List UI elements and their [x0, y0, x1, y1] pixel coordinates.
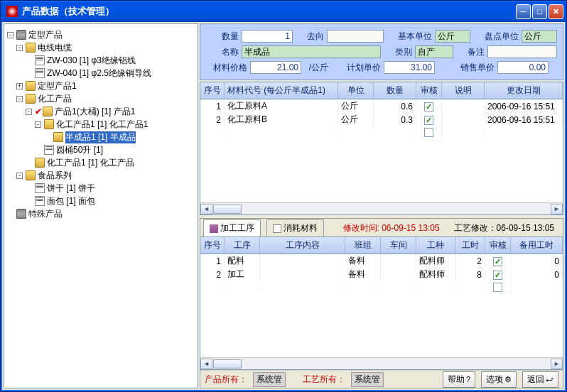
approve-checkbox[interactable]: [493, 283, 502, 292]
saleprice-field[interactable]: 0.00: [497, 61, 549, 74]
scroll-right-icon[interactable]: ►: [551, 204, 563, 214]
collapse-icon[interactable]: -: [16, 96, 23, 102]
exit-icon: ⮐: [546, 375, 554, 383]
cat-label: 类别: [384, 46, 412, 58]
dir-field[interactable]: [327, 30, 384, 43]
h-scrollbar[interactable]: ◄ ►: [200, 202, 563, 214]
close-button[interactable]: ✕: [549, 4, 563, 19]
titlebar: 产品数据（技术管理） ─ □ ✕: [1, 1, 566, 22]
col-qty[interactable]: 数量: [374, 82, 416, 99]
tree-node[interactable]: -定型产品: [7, 28, 195, 41]
table-row[interactable]: 2 化工原料B 公斤 0.3 ✓ 2006-09-16 15:51: [200, 113, 563, 126]
approve-checkbox: ✓: [424, 116, 433, 125]
process-table[interactable]: 序号 工序 工序内容 班组 车间 工种 工时 审核 备用工时 1 配料 备料: [200, 236, 563, 370]
col-code[interactable]: 材料代号 (每公斤半成品1): [225, 82, 338, 99]
col-proc[interactable]: 工序: [225, 237, 260, 254]
col-shop[interactable]: 车间: [381, 237, 416, 254]
col-content[interactable]: 工序内容: [260, 237, 345, 254]
tree-node[interactable]: -电线电缆: [7, 41, 195, 54]
tree-node[interactable]: -化工产品: [7, 92, 195, 105]
tree-label: 特殊产品: [28, 208, 63, 220]
tree-node[interactable]: 圆桶50升 [1]: [7, 143, 195, 156]
owner-value[interactable]: 系统管: [253, 372, 286, 387]
scroll-right-icon[interactable]: ►: [551, 359, 563, 369]
collapse-icon[interactable]: -: [26, 109, 32, 115]
collapse-icon[interactable]: -: [7, 32, 14, 38]
name-field[interactable]: 半成品: [242, 45, 381, 58]
doc-icon: [35, 196, 45, 206]
col-seq[interactable]: 序号: [200, 82, 225, 99]
tree-node-selected[interactable]: 半成品1 [1] 半成品: [7, 131, 195, 143]
expand-icon[interactable]: +: [16, 83, 23, 89]
matprice-unit: /公斤: [304, 62, 328, 74]
col-type[interactable]: 工种: [416, 237, 455, 254]
tree-node[interactable]: ZW-030 [1] φ3绝缘铝线: [7, 54, 195, 67]
col-ok[interactable]: 审核: [416, 82, 442, 99]
tree-node[interactable]: ZW-040 [1] φ2.5绝缘铜导线: [7, 67, 195, 80]
col-mod[interactable]: 更改日期: [485, 82, 563, 99]
folder-icon: [44, 119, 54, 129]
product-tree[interactable]: -定型产品 -电线电缆 ZW-030 [1] φ3绝缘铝线 ZW-040 [1]…: [4, 23, 198, 388]
tree-node[interactable]: 特殊产品: [7, 207, 195, 220]
col-ok2[interactable]: 审核: [485, 237, 511, 254]
approve-checkbox[interactable]: [424, 128, 433, 137]
maximize-button[interactable]: □: [532, 4, 547, 19]
matprice-field[interactable]: 21.00: [250, 61, 301, 74]
planprice-field[interactable]: 31.00: [384, 61, 435, 74]
tree-node[interactable]: 饼干 [1] 饼干: [7, 182, 195, 195]
tab-consume[interactable]: 消耗材料: [266, 219, 324, 237]
materials-table[interactable]: 序号 材料代号 (每公斤半成品1) 单位 数量 审核 说明 更改日期 1 化工原…: [200, 82, 563, 215]
tree-label: 化工产品1 [1] 化工产品1: [56, 119, 148, 131]
back-button[interactable]: 返回⮐: [522, 371, 558, 388]
tree-node[interactable]: -化工产品1 [1] 化工产品1: [7, 118, 195, 131]
collapse-icon[interactable]: -: [35, 121, 41, 128]
table-row-empty[interactable]: [200, 126, 563, 140]
craft-owner-value[interactable]: 系统管: [351, 372, 384, 387]
tree-label: 电线电缆: [38, 42, 72, 54]
scroll-thumb[interactable]: [213, 205, 242, 214]
table-row-empty[interactable]: [200, 281, 563, 295]
minimize-button[interactable]: ─: [516, 4, 531, 19]
col-unit[interactable]: 单位: [338, 82, 374, 99]
help-button[interactable]: 帮助?: [443, 371, 475, 388]
base-unit-label: 基本单位: [387, 31, 432, 43]
table-row[interactable]: 2 加工 备料 配料师 8 ✓ 0: [200, 268, 563, 281]
tree-node[interactable]: +定型产品1: [7, 80, 195, 92]
col-hrs[interactable]: 工时: [455, 237, 485, 254]
app-icon: [6, 6, 18, 17]
collapse-icon[interactable]: -: [16, 45, 23, 51]
saleprice-label: 销售单价: [438, 62, 495, 74]
tree-node[interactable]: 化工产品1 [1] 化工产品: [7, 156, 195, 169]
scroll-left-icon[interactable]: ◄: [200, 204, 212, 214]
col-seq2[interactable]: 序号: [200, 237, 225, 254]
scroll-left-icon[interactable]: ◄: [200, 359, 212, 369]
tree-node[interactable]: -食品系列: [7, 169, 195, 182]
col-desc[interactable]: 说明: [442, 82, 485, 99]
qty-field[interactable]: 1: [242, 30, 293, 43]
options-button[interactable]: 选项⚙: [481, 371, 517, 388]
table-row[interactable]: 1 配料 备料 配料师 2 ✓ 0: [200, 254, 563, 268]
tree-node[interactable]: 面包 [1] 面包: [7, 195, 195, 207]
tree-label: 饼干 [1] 饼干: [47, 183, 95, 195]
table-row[interactable]: 1 化工原料A 公斤 0.6 ✓ 2006-09-16 15:51: [200, 99, 563, 113]
tab-process[interactable]: 加工工序: [203, 219, 261, 237]
base-unit-field[interactable]: 公斤: [435, 30, 470, 43]
inv-unit-label: 盘点单位: [473, 31, 519, 43]
gear-icon: ⚙: [504, 375, 512, 384]
scroll-thumb[interactable]: [213, 359, 242, 369]
approve-checkbox: ✓: [493, 257, 502, 266]
collapse-icon[interactable]: -: [16, 173, 23, 179]
tree-label: 圆桶50升 [1]: [56, 144, 103, 156]
question-icon: ?: [466, 375, 470, 383]
owner-label: 产品所有：: [205, 374, 247, 386]
col-team[interactable]: 班组: [345, 237, 381, 254]
craft-owner-label: 工艺所有：: [303, 374, 345, 386]
note-field[interactable]: [487, 45, 557, 58]
tree-node[interactable]: -✔产品1(大桶) [1] 产品1: [7, 105, 195, 118]
col-spare[interactable]: 备用工时: [511, 237, 563, 254]
inv-unit-field[interactable]: 公斤: [522, 30, 557, 43]
building-icon: [16, 30, 26, 40]
cat-field[interactable]: 自产: [415, 45, 453, 58]
h-scrollbar[interactable]: ◄ ►: [200, 357, 563, 369]
tree-label: 半成品1 [1] 半成品: [65, 131, 136, 143]
